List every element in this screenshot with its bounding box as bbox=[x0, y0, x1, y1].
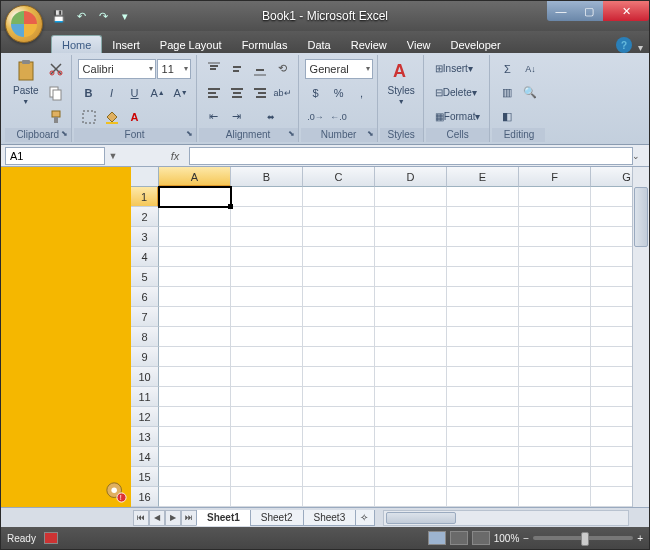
tab-view[interactable]: View bbox=[397, 36, 441, 53]
cell-F9[interactable] bbox=[519, 347, 591, 367]
cell-A9[interactable] bbox=[159, 347, 231, 367]
cell-D10[interactable] bbox=[375, 367, 447, 387]
sheet-tab-2[interactable]: Sheet2 bbox=[250, 510, 304, 526]
cell-A15[interactable] bbox=[159, 467, 231, 487]
paste-button[interactable]: Paste ▼ bbox=[9, 57, 43, 128]
cell-F7[interactable] bbox=[519, 307, 591, 327]
cell-C5[interactable] bbox=[303, 267, 375, 287]
cell-C12[interactable] bbox=[303, 407, 375, 427]
cell-C1[interactable] bbox=[303, 187, 375, 207]
decrease-decimal-button[interactable]: ←.0 bbox=[328, 107, 350, 127]
cell-C10[interactable] bbox=[303, 367, 375, 387]
spreadsheet-grid[interactable]: ABCDEFG12345678910111213141516 bbox=[131, 167, 649, 507]
cell-D5[interactable] bbox=[375, 267, 447, 287]
cell-C4[interactable] bbox=[303, 247, 375, 267]
cell-E8[interactable] bbox=[447, 327, 519, 347]
cell-E1[interactable] bbox=[447, 187, 519, 207]
fill-button[interactable]: ▥ bbox=[496, 83, 518, 103]
task-pane[interactable]: ! bbox=[1, 167, 131, 507]
row-header-3[interactable]: 3 bbox=[131, 227, 159, 247]
cell-B7[interactable] bbox=[231, 307, 303, 327]
cell-A1[interactable] bbox=[159, 187, 231, 207]
font-dialog-icon[interactable]: ⬊ bbox=[185, 129, 195, 139]
align-center-button[interactable] bbox=[226, 83, 248, 103]
zoom-slider[interactable] bbox=[533, 536, 633, 540]
row-header-2[interactable]: 2 bbox=[131, 207, 159, 227]
cell-B10[interactable] bbox=[231, 367, 303, 387]
row-header-6[interactable]: 6 bbox=[131, 287, 159, 307]
increase-indent-button[interactable]: ⇥ bbox=[226, 107, 248, 127]
cell-B2[interactable] bbox=[231, 207, 303, 227]
border-button[interactable] bbox=[78, 107, 100, 127]
cell-E11[interactable] bbox=[447, 387, 519, 407]
cell-D9[interactable] bbox=[375, 347, 447, 367]
cell-A14[interactable] bbox=[159, 447, 231, 467]
cell-F6[interactable] bbox=[519, 287, 591, 307]
font-color-button[interactable]: A bbox=[124, 107, 146, 127]
cell-D11[interactable] bbox=[375, 387, 447, 407]
cell-C7[interactable] bbox=[303, 307, 375, 327]
save-icon[interactable]: 💾 bbox=[51, 8, 67, 24]
cell-E10[interactable] bbox=[447, 367, 519, 387]
horizontal-scrollbar[interactable] bbox=[383, 510, 629, 526]
cell-E16[interactable] bbox=[447, 487, 519, 507]
wrap-text-button[interactable]: ab↵ bbox=[272, 83, 294, 103]
tab-insert[interactable]: Insert bbox=[102, 36, 150, 53]
cell-F3[interactable] bbox=[519, 227, 591, 247]
cell-B9[interactable] bbox=[231, 347, 303, 367]
align-right-button[interactable] bbox=[249, 83, 271, 103]
cell-D8[interactable] bbox=[375, 327, 447, 347]
cell-D4[interactable] bbox=[375, 247, 447, 267]
italic-button[interactable]: I bbox=[101, 83, 123, 103]
cell-C6[interactable] bbox=[303, 287, 375, 307]
percent-button[interactable]: % bbox=[328, 83, 350, 103]
tab-data[interactable]: Data bbox=[297, 36, 340, 53]
cell-E15[interactable] bbox=[447, 467, 519, 487]
minimize-ribbon-icon[interactable]: ▾ bbox=[638, 42, 643, 53]
styles-button[interactable]: A Styles ▼ bbox=[384, 57, 419, 128]
cell-B3[interactable] bbox=[231, 227, 303, 247]
currency-button[interactable]: $ bbox=[305, 83, 327, 103]
autosum-button[interactable]: Σ bbox=[496, 59, 518, 79]
cell-A11[interactable] bbox=[159, 387, 231, 407]
formula-input[interactable] bbox=[189, 147, 633, 165]
shrink-font-button[interactable]: A▼ bbox=[170, 83, 192, 103]
alignment-dialog-icon[interactable]: ⬊ bbox=[287, 129, 297, 139]
clipboard-dialog-icon[interactable]: ⬊ bbox=[60, 129, 70, 139]
cell-E3[interactable] bbox=[447, 227, 519, 247]
cell-C9[interactable] bbox=[303, 347, 375, 367]
expand-formula-icon[interactable]: ⌄ bbox=[632, 151, 646, 161]
view-layout-button[interactable] bbox=[450, 531, 468, 545]
cell-B8[interactable] bbox=[231, 327, 303, 347]
align-bottom-button[interactable] bbox=[249, 59, 271, 79]
cell-D13[interactable] bbox=[375, 427, 447, 447]
gear-alert-icon[interactable]: ! bbox=[105, 481, 127, 503]
cell-D7[interactable] bbox=[375, 307, 447, 327]
close-button[interactable]: ✕ bbox=[603, 1, 649, 21]
cell-E6[interactable] bbox=[447, 287, 519, 307]
col-header-A[interactable]: A bbox=[159, 167, 231, 187]
row-header-1[interactable]: 1 bbox=[131, 187, 159, 207]
cell-A8[interactable] bbox=[159, 327, 231, 347]
cell-E13[interactable] bbox=[447, 427, 519, 447]
cell-D3[interactable] bbox=[375, 227, 447, 247]
row-header-16[interactable]: 16 bbox=[131, 487, 159, 507]
cell-F1[interactable] bbox=[519, 187, 591, 207]
col-header-F[interactable]: F bbox=[519, 167, 591, 187]
cell-A16[interactable] bbox=[159, 487, 231, 507]
cut-button[interactable] bbox=[45, 59, 67, 79]
cell-E4[interactable] bbox=[447, 247, 519, 267]
cell-B12[interactable] bbox=[231, 407, 303, 427]
col-header-D[interactable]: D bbox=[375, 167, 447, 187]
cell-C3[interactable] bbox=[303, 227, 375, 247]
select-all-corner[interactable] bbox=[131, 167, 159, 187]
tab-next-button[interactable]: ▶ bbox=[165, 510, 181, 526]
tab-home[interactable]: Home bbox=[51, 35, 102, 53]
office-button[interactable] bbox=[5, 5, 43, 43]
cell-A12[interactable] bbox=[159, 407, 231, 427]
cell-F2[interactable] bbox=[519, 207, 591, 227]
minimize-button[interactable]: — bbox=[547, 1, 575, 21]
cell-E9[interactable] bbox=[447, 347, 519, 367]
namebox-dropdown-icon[interactable]: ▼ bbox=[105, 151, 121, 161]
zoom-level[interactable]: 100% bbox=[494, 533, 520, 544]
